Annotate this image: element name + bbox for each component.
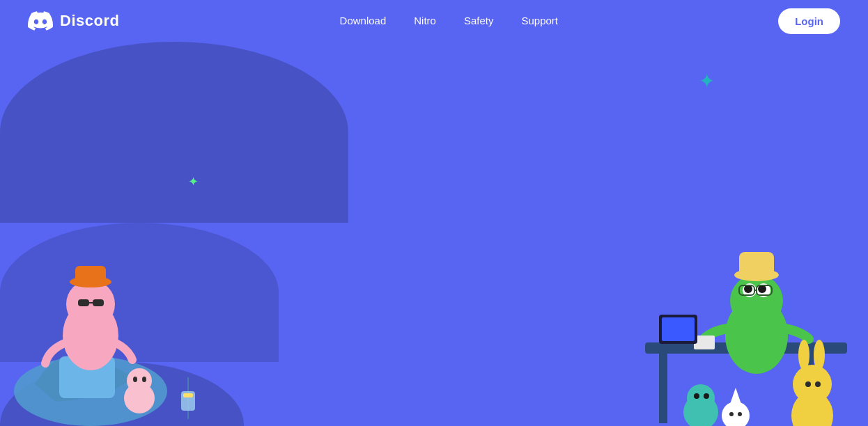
svg-point-42	[687, 384, 715, 412]
logo-text: Discord	[60, 12, 119, 30]
login-button[interactable]: Login	[778, 8, 840, 34]
svg-marker-46	[727, 388, 744, 412]
svg-point-47	[729, 412, 734, 416]
characters-left-svg	[0, 182, 244, 426]
svg-rect-17	[659, 354, 667, 423]
nav-item-download[interactable]: Download	[340, 15, 387, 27]
svg-point-29	[725, 297, 788, 374]
svg-point-36	[805, 381, 811, 387]
nav-links: Download Nitro Safety Support	[340, 15, 558, 27]
logo[interactable]: Discord	[28, 8, 119, 33]
svg-point-48	[738, 412, 742, 416]
svg-point-10	[127, 368, 152, 393]
illustration-left	[0, 182, 244, 426]
svg-point-35	[814, 340, 825, 370]
illustration-right	[624, 182, 868, 426]
characters-right-svg	[624, 182, 868, 426]
navbar: Discord Download Nitro Safety Support Lo…	[0, 0, 868, 42]
sparkle-icon-1: ✦	[699, 70, 715, 93]
svg-point-12	[142, 377, 146, 382]
svg-rect-15	[183, 393, 193, 397]
svg-rect-8	[75, 266, 106, 285]
nav-item-safety[interactable]: Safety	[464, 15, 494, 27]
svg-point-11	[133, 377, 137, 382]
svg-point-44	[704, 393, 709, 399]
svg-rect-28	[739, 252, 774, 278]
discord-logo-icon	[28, 8, 53, 33]
svg-point-43	[694, 393, 699, 399]
svg-rect-40	[662, 317, 695, 341]
svg-rect-5	[93, 299, 104, 306]
nav-item-nitro[interactable]: Nitro	[414, 15, 436, 27]
svg-rect-4	[78, 299, 89, 306]
svg-point-34	[798, 340, 809, 370]
nav-item-support[interactable]: Support	[521, 15, 558, 27]
svg-point-37	[815, 381, 821, 387]
